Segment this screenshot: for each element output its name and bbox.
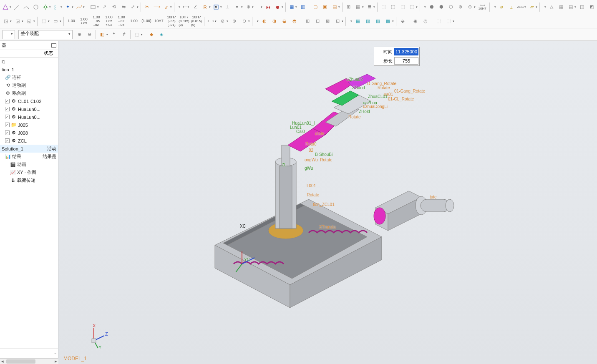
r2a-icon[interactable]: ◳ (1, 17, 10, 26)
scroll-right-icon[interactable]: ▸ (53, 359, 58, 364)
spring-icon[interactable] (52, 3, 61, 12)
scale-icon[interactable]: ⤢ (128, 3, 137, 12)
trim-icon[interactable]: ✂ (143, 3, 151, 12)
offset-icon[interactable]: ⫽ (162, 3, 171, 12)
rec-start-icon[interactable]: ⏮ (264, 3, 272, 12)
s3-icon[interactable]: ◒ (280, 17, 289, 26)
tree-row[interactable]: ⚙耦合副 (0, 89, 58, 97)
tree-row[interactable]: tion_1 (0, 65, 58, 73)
gd4-icon[interactable]: ▱ (527, 3, 536, 12)
tree-row[interactable]: 📊结果结果是 (0, 153, 58, 161)
r2b-icon[interactable]: ◲ (13, 17, 22, 26)
radius-icon[interactable]: R (201, 3, 209, 12)
horizontal-scrollbar[interactable]: ◂ ▸ (0, 358, 58, 364)
c7-icon[interactable]: ◆ (147, 30, 156, 39)
combo-1[interactable] (3, 30, 15, 39)
m3-icon[interactable]: ⬚ (398, 3, 407, 12)
c6-icon[interactable]: ⬚ (132, 30, 141, 39)
s4-icon[interactable]: ◓ (290, 17, 299, 26)
c2-icon[interactable]: ⊖ (85, 30, 94, 39)
tree-row[interactable]: ✓📁J005 (0, 121, 58, 129)
box3-icon[interactable]: ▤ (330, 3, 339, 12)
h5-icon[interactable]: ⬙ (398, 17, 407, 26)
h8-icon[interactable]: ⬚ (434, 17, 443, 26)
r2c-icon[interactable]: ◱ (25, 17, 34, 26)
tree-row[interactable]: ⟲运动副 (0, 81, 58, 89)
rotate-icon[interactable]: ⟲ (110, 3, 118, 12)
dim-label-button[interactable]: 1.00 (65, 16, 78, 27)
d3-icon[interactable]: ⊕ (229, 17, 239, 26)
e3-icon[interactable]: ⬡ (446, 3, 455, 12)
checkbox[interactable]: ✓ (5, 131, 10, 135)
tree-row[interactable]: 📈XY - 作图 (0, 168, 58, 176)
h6-icon[interactable]: ◉ (411, 17, 420, 26)
h1-icon[interactable]: ▦ (353, 17, 363, 26)
note-icon[interactable]: x (212, 3, 221, 12)
gd3-abc[interactable]: ABC (516, 3, 525, 12)
mirror-icon[interactable]: ⇋ (119, 3, 128, 12)
r2e-icon[interactable]: ▭ (51, 17, 60, 26)
overflow-icon[interactable]: ▾ (179, 5, 180, 9)
tree-row[interactable]: ✓⚙HuaLun0... (0, 105, 58, 113)
dim-label-button[interactable]: 10H7(-.05)(-.01) (165, 16, 178, 27)
tree-row[interactable]: 🎬动画 (0, 161, 58, 168)
h9-icon[interactable]: ⬚ (444, 17, 453, 26)
arc-icon[interactable] (22, 3, 31, 12)
tree-row[interactable]: ✓⚙CL01-CL02 (0, 97, 58, 105)
dim-label-button[interactable]: 10H7(0.015)(0) (190, 16, 203, 27)
s2-icon[interactable]: ◑ (270, 17, 279, 26)
gd2-icon[interactable]: ⟂ (507, 3, 516, 12)
s6-icon[interactable]: ⊟ (313, 17, 322, 26)
rec-icon[interactable]: ⏺ (273, 3, 282, 12)
footer-row-1[interactable]: ⌵ (0, 349, 58, 356)
dim-label-button[interactable]: 10H7 (153, 16, 165, 27)
s7-icon[interactable]: ⊠ (323, 17, 332, 26)
c8-icon[interactable]: ◈ (157, 30, 166, 39)
c1-icon[interactable]: ⊕ (75, 30, 84, 39)
checkbox[interactable]: ✓ (5, 123, 10, 127)
c4-icon[interactable]: ↰ (109, 30, 118, 39)
restore-icon[interactable] (51, 43, 56, 48)
overflow-icon[interactable]: ▾ (494, 5, 496, 9)
scroll-thumb[interactable] (6, 359, 35, 364)
graphics-viewport[interactable]: 时间 步长 (58, 41, 597, 364)
overflow-icon[interactable]: ▾ (257, 20, 259, 23)
checkbox[interactable]: ✓ (5, 115, 10, 119)
tree-row[interactable]: l1 (0, 58, 58, 65)
c3-icon[interactable]: ◧ (98, 30, 107, 39)
t4-icon[interactable]: ◫ (577, 3, 586, 12)
line-icon[interactable] (13, 3, 21, 12)
combo-assembly[interactable]: 整个装配 (18, 30, 73, 39)
r2d-icon[interactable]: ⬚ (39, 17, 48, 26)
m1-icon[interactable]: ⬚ (379, 3, 388, 12)
tree-row[interactable]: ✓⚙J008 (0, 129, 58, 137)
dim-label-button[interactable]: 1.00+.05-.02 (90, 16, 103, 27)
h4-icon[interactable]: ▩ (383, 17, 393, 26)
extend-icon[interactable]: ⟶ (152, 3, 161, 12)
checkbox[interactable]: ✓ (5, 138, 10, 143)
t5-icon[interactable]: ◩ (587, 3, 596, 12)
box1-icon[interactable]: ▢ (311, 3, 320, 12)
m4-icon[interactable]: ⬚ (408, 3, 416, 12)
d2-icon[interactable]: ⊘ (218, 17, 227, 26)
gear-icon[interactable] (41, 3, 50, 12)
e2-icon[interactable]: ⬢ (437, 3, 446, 12)
e1-icon[interactable]: ⬣ (427, 3, 436, 12)
t1-icon[interactable]: △ (547, 3, 556, 12)
fix-icon[interactable]: ⊕ (244, 3, 253, 12)
navigator-tree[interactable]: l1tion_1🔗连杆⟲运动副⚙耦合副✓⚙CL01-CL02✓⚙HuaLun0.… (0, 58, 58, 349)
h3-icon[interactable]: ▨ (373, 17, 383, 26)
tree-row[interactable]: ⇊载荷传递 (0, 176, 58, 184)
s5-icon[interactable]: ⊞ (303, 17, 312, 26)
overflow-icon[interactable]: ▾ (350, 20, 352, 23)
tree-row[interactable]: Solution_1活动 (0, 145, 58, 153)
move-icon[interactable]: ↗ (100, 3, 109, 12)
view2-icon[interactable]: ▥ (298, 3, 307, 12)
tree-row[interactable]: ✓⚙ZCL (0, 137, 58, 145)
tree-row[interactable]: ✓⚙HuaLun0... (0, 113, 58, 121)
overflow-icon[interactable]: ▾ (261, 5, 262, 9)
angle-icon[interactable]: ∠ (191, 3, 200, 12)
gd1-icon[interactable]: ⌀ (497, 3, 506, 12)
e4-icon[interactable]: ⊗ (456, 3, 465, 12)
overflow-icon[interactable]: ▾ (424, 5, 426, 9)
